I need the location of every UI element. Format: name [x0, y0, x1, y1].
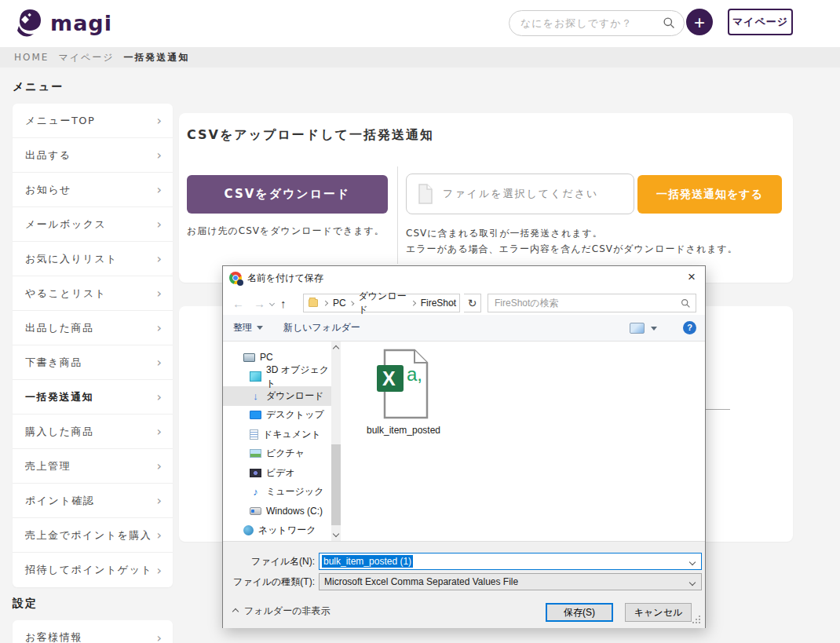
filename-dropdown-icon[interactable] [689, 559, 696, 565]
chevron-right-icon: › [157, 217, 162, 232]
upload-caption-2: エラーがある場合、エラー内容を含んだCSVがダウンロードされます。 [406, 243, 738, 256]
sidebar-item[interactable]: メニューTOP › [13, 104, 173, 138]
sidebar-item[interactable]: 購入した商品 › [13, 415, 173, 449]
back-icon[interactable]: ← [232, 297, 244, 310]
cancel-button[interactable]: キャンセル [625, 603, 692, 622]
tree-item[interactable]: ピクチャ [223, 444, 331, 464]
chevron-right-icon: › [157, 459, 162, 473]
file-select-label: ファイルを選択してください [443, 187, 598, 201]
folder-icon [309, 299, 318, 307]
help-icon[interactable]: ? [683, 321, 696, 334]
tree-item[interactable]: ビデオ [223, 463, 331, 483]
address-segment[interactable]: PC [323, 298, 345, 309]
search-icon[interactable] [663, 16, 676, 30]
resize-grip[interactable] [692, 622, 694, 623]
new-folder-button[interactable]: 新しいフォルダー [283, 321, 360, 334]
file-icon [418, 184, 433, 204]
refresh-button[interactable]: ↻ [464, 294, 481, 312]
sidebar-item[interactable]: メールボックス › [13, 207, 173, 242]
forward-icon[interactable]: → [254, 297, 265, 310]
filename-selected-text: bulk_item_posted (1) [322, 555, 413, 568]
videos-icon [250, 469, 261, 477]
sidebar-item[interactable]: やることリスト › [13, 276, 173, 311]
sidebar-item[interactable]: 一括発送通知 › [13, 380, 173, 415]
tree-item[interactable]: ♪ ミュージック [223, 483, 331, 502]
tree-item[interactable]: Windows (C:) [223, 502, 331, 521]
bulk-notify-button[interactable]: 一括発送通知をする [637, 175, 782, 214]
sidebar-item[interactable]: 売上管理 › [13, 449, 173, 484]
add-listing-button[interactable]: + [686, 9, 713, 35]
page: magi + マイページ HOME マイページ 一括発送通知 メニュー メニュー… [0, 0, 840, 643]
file-select-box[interactable]: ファイルを選択してください [406, 174, 634, 214]
hide-folders-button[interactable]: フォルダーの非表示 [233, 605, 330, 618]
breadcrumb: HOME マイページ 一括発送通知 [0, 47, 840, 68]
up-icon[interactable]: ↑ [280, 297, 287, 310]
sidebar-settings-heading: 設定 [13, 597, 38, 611]
csv-download-button[interactable]: CSVをダウンロード [187, 175, 388, 214]
sidebar-item[interactable]: お客様情報 › [13, 620, 173, 643]
address-bar[interactable]: PC ダウンロード FireShot [303, 294, 460, 312]
scroll-down-icon[interactable] [333, 531, 339, 537]
desktop-icon [250, 411, 261, 419]
organize-button[interactable]: 整理 [233, 321, 263, 334]
address-chevron-icon [323, 301, 327, 305]
save-button[interactable]: 保存(S) [546, 603, 613, 622]
dialog-search-input[interactable] [495, 298, 681, 309]
address-chevron-icon [411, 301, 415, 305]
scroll-up-icon[interactable] [333, 345, 339, 352]
drive-icon [250, 507, 261, 515]
file-list-item[interactable]: a, X bulk_item_posted [341, 348, 466, 436]
chrome-icon [229, 272, 242, 284]
sidebar-item[interactable]: お知らせ › [13, 173, 173, 207]
view-dropdown-icon[interactable] [651, 327, 657, 331]
tree-item[interactable]: デスクトップ [223, 406, 331, 426]
history-chevron-icon[interactable] [269, 300, 275, 305]
filename-label: ファイル名(N): [223, 555, 315, 568]
filename-input[interactable]: bulk_item_posted (1) [319, 553, 702, 570]
breadcrumb-item[interactable]: 一括発送通知 [124, 51, 190, 64]
dialog-titlebar[interactable]: 名前を付けて保存 × [223, 266, 705, 290]
chevron-right-icon: › [157, 182, 162, 197]
sidebar-item[interactable]: 招待してポイントゲット › [13, 553, 173, 587]
tree-item[interactable]: ドキュメント [223, 425, 331, 444]
tree-item[interactable]: 3D オブジェクト [223, 367, 331, 387]
page-title: CSVをアップロードして一括発送通知 [187, 127, 434, 144]
breadcrumb-item[interactable]: マイページ [58, 51, 114, 64]
bulk-ship-card: CSVをアップロードして一括発送通知 CSVをダウンロード お届け先のCSVをダ… [179, 113, 793, 283]
address-segment[interactable]: ダウンロード [350, 290, 408, 316]
search-input[interactable] [520, 17, 663, 29]
download-icon: ↓ [250, 391, 261, 401]
chevron-right-icon: › [157, 630, 162, 643]
scrollbar-thumb[interactable] [331, 444, 341, 525]
sidebar-item[interactable]: ポイント確認 › [13, 484, 173, 518]
documents-icon [250, 429, 258, 440]
sidebar-item[interactable]: 出品した商品 › [13, 311, 173, 345]
chevron-right-icon: › [157, 563, 162, 578]
breadcrumb-item[interactable]: HOME [14, 52, 49, 63]
magi-logo-icon [14, 6, 46, 39]
chevron-right-icon: › [157, 148, 162, 163]
save-as-dialog: 名前を付けて保存 × ← → ↑ PC ダウンロード [222, 265, 706, 628]
sidebar-item[interactable]: お気に入りリスト › [13, 242, 173, 276]
filetype-select[interactable]: Microsoft Excel Comma Separated Values F… [319, 573, 702, 590]
plus-icon: + [694, 12, 705, 33]
magi-logo[interactable]: magi [14, 6, 112, 39]
mypage-button[interactable]: マイページ [728, 9, 793, 35]
cube-icon [250, 371, 261, 382]
dialog-search-icon[interactable] [681, 298, 691, 309]
view-mode-icon[interactable] [630, 323, 645, 334]
pc-icon [243, 353, 255, 362]
sidebar-item[interactable]: 売上金でポイントを購入 › [13, 518, 173, 553]
filetype-label: ファイルの種類(T): [223, 575, 315, 589]
filetype-dropdown-icon [689, 579, 696, 586]
tree-item[interactable]: ネットワーク [223, 521, 331, 541]
sidebar-settings: お客様情報 › [13, 620, 173, 643]
logo-text: magi [50, 11, 112, 35]
sidebar-item[interactable]: 出品する › [13, 138, 173, 173]
sidebar-item[interactable]: 下書き商品 › [13, 345, 173, 380]
close-icon[interactable]: × [688, 269, 696, 285]
tree-scrollbar[interactable] [331, 342, 341, 541]
dialog-title: 名前を付けて保存 [247, 272, 323, 285]
chevron-right-icon: › [157, 493, 162, 508]
tree-item[interactable]: ↓ ダウンロード [223, 386, 331, 406]
